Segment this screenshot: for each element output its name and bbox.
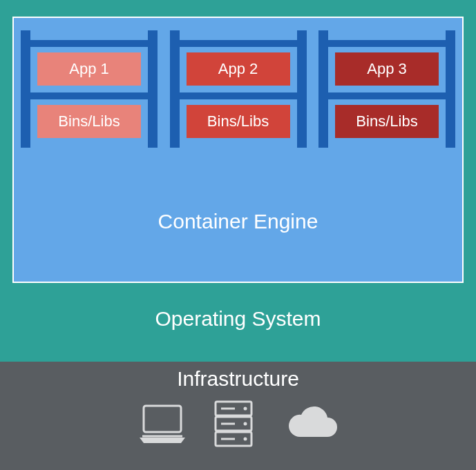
rack-bar	[318, 40, 455, 47]
libs-box: Bins/Libs	[335, 105, 439, 138]
rack-bar	[21, 92, 158, 99]
infrastructure-icons	[0, 400, 476, 450]
rack-bar	[21, 40, 158, 47]
container-engine-box: App 1 Bins/Libs App 2 Bins/Libs App 3 Bi…	[12, 17, 464, 283]
server-icon	[214, 400, 253, 450]
svg-point-7	[243, 438, 247, 441]
rack-rail	[446, 30, 455, 148]
rack-rail	[21, 30, 30, 148]
infrastructure-label: Infrastructure	[0, 362, 476, 391]
container-engine-label: Container Engine	[14, 210, 462, 233]
libs-box: Bins/Libs	[187, 105, 290, 138]
app-box: App 3	[335, 52, 439, 86]
rack-bar	[318, 92, 455, 99]
rack-bar	[170, 92, 307, 99]
svg-point-5	[243, 407, 247, 411]
container-2: App 2 Bins/Libs	[170, 30, 307, 148]
app-box: App 1	[37, 52, 141, 86]
libs-box: Bins/Libs	[37, 105, 141, 138]
app-box: App 2	[187, 52, 290, 86]
svg-point-6	[243, 422, 247, 426]
rack-rail	[297, 30, 307, 148]
rack-bar	[170, 40, 307, 47]
container-1: App 1 Bins/Libs	[21, 30, 158, 148]
operating-system-layer: App 1 Bins/Libs App 2 Bins/Libs App 3 Bi…	[0, 0, 476, 359]
rack-rail	[170, 30, 180, 148]
rack-rail	[148, 30, 158, 148]
rack-rail	[318, 30, 328, 148]
container-3: App 3 Bins/Libs	[318, 30, 455, 148]
containers-row: App 1 Bins/Libs App 2 Bins/Libs App 3 Bi…	[14, 18, 462, 148]
laptop-icon	[135, 403, 189, 447]
svg-rect-0	[144, 406, 181, 432]
cloud-icon	[278, 404, 341, 447]
infrastructure-layer: Infrastructure	[0, 359, 476, 470]
operating-system-label: Operating System	[0, 307, 476, 331]
